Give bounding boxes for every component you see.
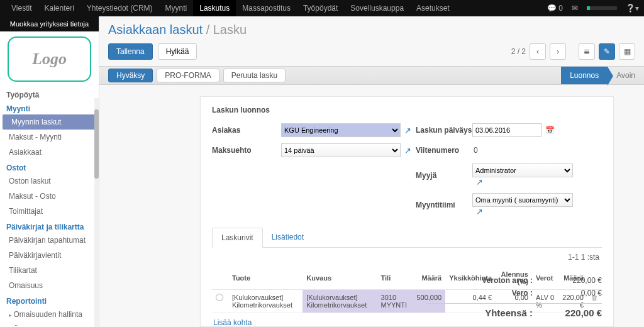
form-title: Laskun luonnos — [212, 106, 602, 114]
sidebar-item[interactable]: Oston laskut — [0, 174, 99, 189]
breadcrumb: Asiakkaan laskut / Lasku — [99, 16, 644, 43]
main-area: Asiakkaan laskut / Lasku Tallenna Hylkää… — [99, 16, 644, 327]
topnav-item[interactable]: Asetukset — [410, 0, 456, 16]
view-form-button[interactable]: ✎ — [599, 43, 615, 60]
topnav-item[interactable]: Viestit — [5, 0, 38, 16]
save-button[interactable]: Tallenna — [108, 43, 153, 60]
topnav-item[interactable]: Myynti — [159, 0, 194, 16]
team-select[interactable]: Oma myynti ( suoramyynti) — [472, 193, 573, 207]
company-logo[interactable]: Logo — [8, 36, 91, 82]
discard-button[interactable]: Hylkää — [158, 43, 197, 60]
tab-extra[interactable]: Lisätiedot — [263, 228, 313, 247]
topbar: ViestitKalenteriYhteystiedot (CRM)Myynti… — [0, 0, 644, 16]
side-heading[interactable]: Työpöytä — [0, 87, 99, 101]
tab-lines[interactable]: Laskurivit — [212, 228, 263, 248]
topbar-right: 💬 0 ✉ ❔▾ — [547, 4, 639, 13]
side-heading[interactable]: Myynti — [0, 101, 99, 114]
sidebar-item[interactable]: Päiväkirjan tapahtumat — [0, 233, 99, 248]
statusbar: Hyväksy PRO-FORMA Peruuta lasku Luonnos … — [99, 66, 644, 85]
side-menu: TyöpöytäMyyntiMyynnin laskutMaksut - Myy… — [0, 87, 99, 326]
sidebar-item[interactable]: Myynnin laskut — [3, 114, 96, 130]
pager-count: 2 / 2 — [511, 47, 526, 56]
pager-next-button[interactable]: › — [550, 43, 566, 60]
side-heading[interactable]: Ostot — [0, 160, 99, 174]
sidebar-item[interactable]: Päiväkirjavientit — [0, 248, 99, 263]
row-count: 1-1 1 :sta — [212, 248, 602, 267]
side-heading[interactable]: Päiväkirjat ja tilikartta — [0, 219, 99, 233]
cancel-invoice-button[interactable]: Peruuta lasku — [223, 69, 286, 82]
date-input[interactable] — [472, 123, 541, 137]
terms-select[interactable]: 14 päivää — [281, 143, 401, 157]
chat-icon[interactable]: 💬 0 — [547, 4, 563, 13]
date-label: Laskun päiväys — [416, 126, 472, 135]
view-list-button[interactable]: ≣ — [579, 43, 595, 60]
sidebar: Muokkaa yrityksesi tietoja Logo Työpöytä… — [0, 16, 99, 327]
sidebar-item[interactable]: Maksut - Myynti — [0, 130, 99, 145]
sidebar-item[interactable]: Asiakkaat — [0, 145, 99, 160]
team-external-icon[interactable]: ↗ — [476, 207, 483, 216]
sidebar-scrollbar[interactable] — [94, 98, 99, 327]
cell-product[interactable]: [Kulukorvaukset] Kilometrikorvaukset — [228, 290, 303, 313]
approve-button[interactable]: Hyväksy — [108, 69, 153, 82]
ref-label: Viitenumero — [416, 146, 472, 155]
untaxed-value: 220,00 € — [545, 276, 602, 285]
proforma-button[interactable]: PRO-FORMA — [157, 69, 219, 82]
pager: 2 / 2 ‹ › ≣ ✎ ▦ — [511, 43, 635, 60]
seller-external-icon[interactable]: ↗ — [476, 177, 483, 187]
pager-prev-button[interactable]: ‹ — [530, 43, 546, 60]
customer-select[interactable]: KGU Engineering — [281, 123, 401, 137]
topnav-item[interactable]: Kalenteri — [38, 0, 80, 16]
top-nav: ViestitKalenteriYhteystiedot (CRM)Myynti… — [5, 0, 456, 16]
calendar-icon[interactable]: 📅 — [545, 126, 555, 135]
toolbar: Tallenna Hylkää 2 / 2 ‹ › ≣ ✎ ▦ — [99, 43, 644, 66]
view-kanban-button[interactable]: ▦ — [619, 43, 635, 60]
edit-company-link[interactable]: Muokkaa yrityksesi tietoja — [0, 16, 99, 31]
topnav-item[interactable]: Massapostitus — [236, 0, 297, 16]
row-radio[interactable] — [216, 294, 223, 301]
terms-external-icon[interactable]: ↗ — [404, 146, 416, 155]
tax-label: Vero : — [426, 289, 533, 297]
help-icon[interactable]: ❔▾ — [626, 4, 639, 13]
sidebar-item[interactable]: Toimittajat — [0, 204, 99, 219]
seller-select[interactable]: Administrator — [472, 164, 573, 177]
col-desc: Kuvaus — [303, 267, 377, 290]
cell-desc[interactable]: [Kulukorvaukset] Kilometrikorvaukset — [303, 290, 377, 313]
terms-label: Maksuehto — [212, 146, 281, 155]
stage-draft[interactable]: Luonnos — [561, 67, 608, 84]
topnav-item[interactable]: Yhteystiedot (CRM) — [80, 0, 159, 16]
sidebar-item[interactable]: Älykkäät yhteenvedot — [0, 322, 99, 326]
total-value: 220,00 € — [545, 308, 602, 318]
untaxed-label: Veroton arvo : — [426, 276, 533, 285]
sidebar-item[interactable]: Omaisuus — [0, 278, 99, 293]
sidebar-item[interactable]: Omaisuuden hallinta — [0, 307, 99, 322]
ref-value: 0 — [472, 146, 573, 155]
sidebar-item[interactable]: Maksut - Osto — [0, 189, 99, 204]
col-product: Tuote — [228, 267, 303, 290]
col-account: Tili — [377, 267, 413, 290]
side-heading[interactable]: Reportointi — [0, 293, 99, 307]
total-label: Yhteensä : — [426, 308, 533, 318]
topnav-item[interactable]: Työpöydät — [297, 0, 344, 16]
sidebar-item[interactable]: Tilikartat — [0, 263, 99, 278]
topnav-item[interactable]: Laskutus — [193, 0, 236, 16]
customer-external-icon[interactable]: ↗ — [404, 126, 416, 135]
seller-label: Myyjä — [416, 171, 472, 180]
stage-open[interactable]: Avoin — [608, 67, 644, 84]
invoice-form: Laskun luonnos Asiakas KGU Engineering ↗… — [200, 96, 614, 327]
breadcrumb-current: Lasku — [213, 23, 247, 36]
progress-bar — [587, 6, 617, 10]
team-label: Myyntitiimi — [416, 201, 472, 209]
breadcrumb-parent[interactable]: Asiakkaan laskut — [108, 23, 203, 36]
mail-icon[interactable]: ✉ — [572, 4, 578, 13]
totals: Veroton arvo :220,00 € Vero :0,00 € Yhte… — [426, 274, 602, 320]
line-tabs: Laskurivit Lisätiedot — [212, 228, 602, 248]
customer-label: Asiakas — [212, 126, 281, 135]
tax-value: 0,00 € — [545, 289, 602, 297]
topnav-item[interactable]: Sovelluskauppa — [344, 0, 410, 16]
cell-account[interactable]: 3010 MYYNTI — [377, 290, 413, 313]
